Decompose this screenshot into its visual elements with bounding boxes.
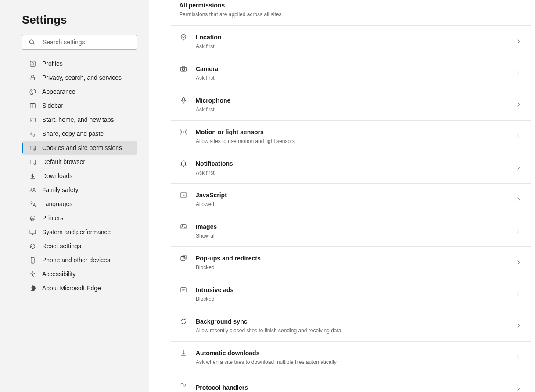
sidebar-item-default-browser[interactable]: Default browser bbox=[22, 155, 137, 169]
javascript-icon bbox=[179, 191, 188, 199]
permission-row-images[interactable]: ImagesShow all bbox=[171, 215, 531, 247]
downloads-icon bbox=[28, 172, 37, 180]
permission-title: Images bbox=[196, 223, 515, 230]
sidebar-item-family[interactable]: Family safety bbox=[22, 183, 137, 197]
cookies-icon bbox=[28, 144, 37, 152]
chevron-right-icon bbox=[515, 70, 522, 76]
permission-text: Motion or light sensorsAllow sites to us… bbox=[196, 128, 515, 144]
sidebar-item-phone[interactable]: Phone and other devices bbox=[22, 253, 137, 267]
chevron-right-icon bbox=[515, 322, 522, 329]
microphone-icon bbox=[179, 96, 188, 104]
permission-title: Automatic downloads bbox=[196, 349, 515, 356]
search-wrap bbox=[22, 35, 137, 50]
permission-row-notifications[interactable]: NotificationsAsk first bbox=[171, 152, 531, 184]
sidebar-item-profiles[interactable]: Profiles bbox=[22, 57, 137, 71]
section-header: All permissions Permissions that are app… bbox=[171, 0, 531, 26]
permission-sub: Blocked bbox=[196, 296, 515, 302]
permission-row-javascript[interactable]: JavaScriptAllowed bbox=[171, 184, 531, 215]
permission-text: LocationAsk first bbox=[196, 34, 515, 50]
sidebar-nav: ProfilesPrivacy, search, and servicesApp… bbox=[22, 57, 137, 295]
permission-text: Automatic downloadsAsk when a site tries… bbox=[196, 349, 515, 365]
protocol-handlers-icon bbox=[179, 381, 188, 388]
sidebar-item-privacy[interactable]: Privacy, search, and services bbox=[22, 71, 137, 85]
printers-icon bbox=[28, 214, 37, 222]
sidebar-item-label: Share, copy and paste bbox=[42, 130, 104, 137]
sidebar-item-label: Default browser bbox=[42, 158, 85, 165]
sidebar-item-system[interactable]: System and performance bbox=[22, 225, 137, 239]
chevron-right-icon bbox=[515, 385, 522, 392]
permission-row-popups[interactable]: Pop-ups and redirectsBlocked bbox=[171, 247, 531, 278]
permission-sub: Ask first bbox=[196, 107, 515, 113]
reset-icon bbox=[28, 242, 37, 250]
svg-line-1 bbox=[33, 43, 34, 45]
camera-icon bbox=[179, 65, 188, 73]
permission-text: CameraAsk first bbox=[196, 65, 515, 81]
sidebar-item-downloads[interactable]: Downloads bbox=[22, 169, 137, 183]
permission-row-auto-downloads[interactable]: Automatic downloadsAsk when a site tries… bbox=[171, 342, 531, 373]
permission-text: Intrusive adsBlocked bbox=[196, 286, 515, 302]
sidebar-item-label: Reset settings bbox=[42, 242, 81, 249]
permission-text: Background syncAllow recently closed sit… bbox=[196, 318, 515, 334]
sidebar-item-label: Privacy, search, and services bbox=[42, 74, 122, 81]
permission-row-intrusive-ads[interactable]: Intrusive adsBlocked bbox=[171, 278, 531, 310]
sidebar-item-sidebar[interactable]: Sidebar bbox=[22, 99, 137, 113]
sidebar-item-cookies[interactable]: Cookies and site permissions bbox=[22, 141, 137, 155]
permission-row-microphone[interactable]: MicrophoneAsk first bbox=[171, 89, 531, 121]
sidebar-item-label: Downloads bbox=[42, 172, 72, 179]
accessibility-icon bbox=[28, 271, 37, 278]
permission-row-camera[interactable]: CameraAsk first bbox=[171, 57, 531, 89]
permission-title: Motion or light sensors bbox=[196, 128, 515, 135]
sidebar-item-label: Phone and other devices bbox=[42, 257, 110, 264]
sidebar-item-share[interactable]: Share, copy and paste bbox=[22, 127, 137, 141]
sidebar-item-appearance[interactable]: Appearance bbox=[22, 85, 137, 99]
permission-title: Camera bbox=[196, 65, 515, 72]
permission-sub: Blocked bbox=[196, 264, 515, 271]
permission-row-protocol-handlers[interactable]: Protocol handlers bbox=[171, 373, 531, 392]
permission-title: Microphone bbox=[196, 97, 515, 104]
page-title: Settings bbox=[22, 13, 137, 27]
motion-icon bbox=[179, 128, 188, 136]
permission-text: ImagesShow all bbox=[196, 223, 515, 239]
system-icon bbox=[28, 228, 37, 236]
notifications-icon bbox=[179, 160, 188, 167]
permission-title: JavaScript bbox=[196, 192, 515, 199]
permission-sub: Ask when a site tries to download multip… bbox=[196, 359, 515, 365]
popups-icon bbox=[179, 254, 188, 262]
permission-row-background-sync[interactable]: Background syncAllow recently closed sit… bbox=[171, 310, 531, 342]
sidebar-item-label: Sidebar bbox=[42, 102, 63, 109]
sidebar-item-label: Languages bbox=[42, 200, 72, 207]
search-input[interactable] bbox=[22, 35, 137, 50]
permission-text: Pop-ups and redirectsBlocked bbox=[196, 255, 515, 271]
sidebar-item-start[interactable]: Start, home, and new tabs bbox=[22, 113, 137, 127]
svg-point-0 bbox=[30, 40, 34, 44]
appearance-icon bbox=[28, 88, 37, 96]
sidebar-item-accessibility[interactable]: Accessibility bbox=[22, 267, 137, 281]
sidebar-item-label: Appearance bbox=[42, 88, 75, 95]
sidebar-item-label: Family safety bbox=[42, 186, 78, 193]
intrusive-ads-icon bbox=[179, 286, 188, 294]
chevron-right-icon bbox=[515, 259, 522, 266]
sidebar-item-about[interactable]: About Microsoft Edge bbox=[22, 281, 137, 295]
permission-title: Background sync bbox=[196, 318, 515, 325]
sidebar-item-label: System and performance bbox=[42, 228, 111, 235]
permission-row-location[interactable]: LocationAsk first bbox=[171, 26, 531, 57]
sidebar-item-reset[interactable]: Reset settings bbox=[22, 239, 137, 253]
chevron-right-icon bbox=[515, 101, 522, 108]
about-icon bbox=[28, 285, 37, 292]
chevron-right-icon bbox=[515, 291, 522, 297]
chevron-right-icon bbox=[515, 38, 522, 45]
location-icon bbox=[179, 33, 188, 41]
sidebar-item-languages[interactable]: Languages bbox=[22, 197, 137, 211]
permission-title: Intrusive ads bbox=[196, 286, 515, 293]
sidebar-item-label: Printers bbox=[42, 214, 63, 221]
sidebar-item-printers[interactable]: Printers bbox=[22, 211, 137, 225]
permission-row-motion[interactable]: Motion or light sensorsAllow sites to us… bbox=[171, 121, 531, 152]
section-title: All permissions bbox=[179, 2, 522, 9]
settings-sidebar: Settings ProfilesPrivacy, search, and se… bbox=[0, 0, 149, 392]
languages-icon bbox=[28, 200, 37, 208]
chevron-right-icon bbox=[515, 133, 522, 139]
sidebar-item-label: About Microsoft Edge bbox=[42, 285, 101, 292]
sidebar-item-label: Start, home, and new tabs bbox=[42, 116, 114, 123]
permission-title: Pop-ups and redirects bbox=[196, 255, 515, 262]
permission-sub: Ask first bbox=[196, 75, 515, 81]
